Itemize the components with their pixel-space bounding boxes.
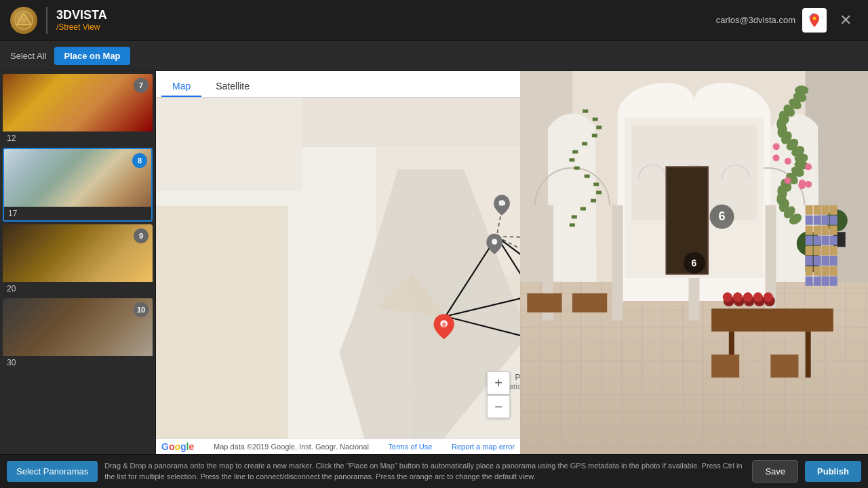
map-attribution: Map data ©2019 Google, Inst. Geogr. Naci… — [214, 443, 369, 451]
app-subtitle: /Street View — [56, 22, 107, 32]
zoom-out-button[interactable]: − — [487, 395, 510, 418]
app-name: 3DVISTA — [56, 8, 107, 22]
thumbnail — [3, 298, 153, 356]
main-area: 7 12 8 17 9 20 10 30 Map Satellite — [0, 71, 868, 454]
item-badge-active: 8 — [132, 153, 147, 168]
svg-rect-6 — [302, 98, 520, 147]
item-label: 20 — [3, 282, 153, 296]
panorama-sidebar: 7 12 8 17 9 20 10 30 — [0, 71, 156, 454]
item-label: 17 — [4, 207, 151, 220]
panorama-badge: 6 — [684, 252, 705, 274]
item-badge: 9 — [134, 228, 149, 243]
place-on-map-button[interactable]: Place on Map — [54, 47, 130, 65]
svg-point-3 — [813, 16, 816, 20]
header: 3DVISTA /Street View carlos@3dvista.com … — [0, 0, 868, 41]
toolbar: Select All Place on Map — [0, 41, 868, 71]
svg-text:Perfume store: Perfume store — [515, 373, 520, 382]
bottom-bar: Select Panoramas Drag & Drop a panorama … — [0, 454, 868, 488]
help-text: Drag & Drop a panorama onto the map to c… — [104, 461, 745, 482]
google-maps-icon-button[interactable] — [802, 8, 827, 33]
thumbnail — [4, 149, 151, 207]
svg-point-2 — [21, 18, 26, 23]
item-badge: 10 — [134, 302, 149, 317]
svg-text:9: 9 — [492, 238, 496, 245]
publish-button[interactable]: Publish — [805, 461, 861, 482]
map-container[interactable]: 10 9 6 — [156, 98, 520, 439]
list-item[interactable]: 7 12 — [3, 74, 153, 145]
svg-text:8: 8 — [442, 321, 446, 328]
zoom-controls: + − — [487, 371, 510, 418]
save-button[interactable]: Save — [752, 460, 798, 483]
thumbnail — [3, 74, 153, 131]
map-tabs: Map Satellite — [156, 71, 520, 98]
panorama-view[interactable]: 6 — [520, 71, 868, 454]
item-label: 12 — [3, 131, 153, 145]
item-badge: 7 — [134, 78, 149, 93]
tab-satellite[interactable]: Satellite — [205, 77, 260, 97]
logo-divider — [46, 7, 47, 34]
tab-map[interactable]: Map — [161, 77, 201, 97]
google-logo: Google — [161, 441, 194, 452]
logo-area: 3DVISTA /Street View — [10, 7, 107, 34]
list-item[interactable]: 10 30 — [3, 298, 153, 369]
app-logo-icon — [10, 7, 37, 34]
user-email: carlos@3dvista.com — [716, 15, 795, 25]
map-report[interactable]: Report a map error — [452, 443, 515, 451]
svg-rect-5 — [156, 98, 302, 191]
thumbnail — [3, 224, 153, 282]
item-label: 30 — [3, 356, 153, 369]
select-all-button[interactable]: Select All — [10, 51, 46, 61]
svg-rect-12 — [156, 206, 288, 439]
map-area: Map Satellite — [156, 71, 520, 454]
map-footer: Google Map data ©2019 Google, Inst. Geog… — [156, 439, 520, 454]
list-item[interactable]: 8 17 — [3, 148, 153, 222]
close-button[interactable]: ✕ — [833, 8, 858, 33]
svg-text:10: 10 — [498, 199, 506, 207]
logo-text: 3DVISTA /Street View — [56, 8, 107, 32]
select-panoramas-button[interactable]: Select Panoramas — [7, 461, 98, 482]
map-terms[interactable]: Terms of Use — [389, 443, 433, 451]
list-item[interactable]: 9 20 — [3, 224, 153, 296]
map-svg: 10 9 6 — [156, 98, 520, 439]
zoom-in-button[interactable]: + — [487, 371, 510, 394]
